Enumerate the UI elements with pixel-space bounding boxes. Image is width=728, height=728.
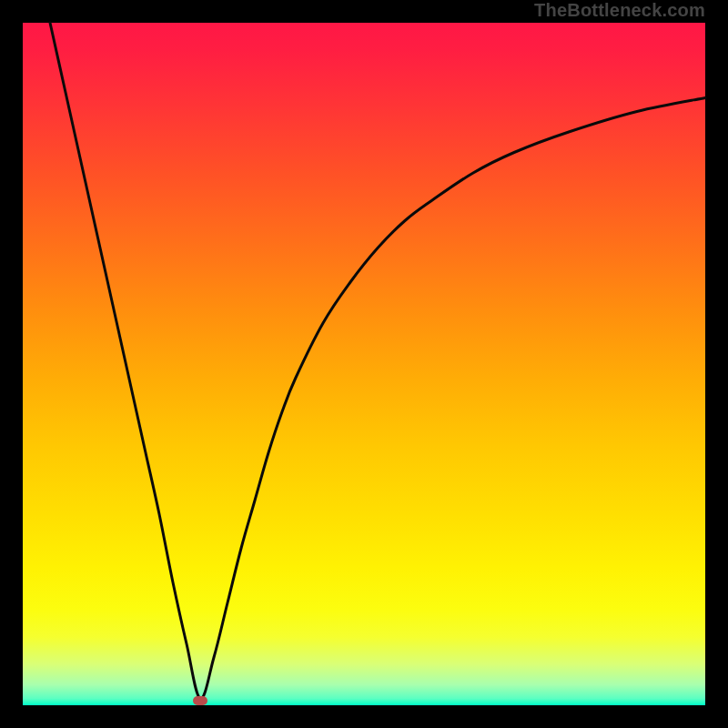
optimum-marker (193, 696, 208, 706)
watermark-text: TheBottleneck.com (534, 0, 705, 21)
plot-area (23, 23, 705, 705)
bottleneck-curve (50, 23, 705, 699)
chart-frame: TheBottleneck.com (0, 0, 728, 728)
curve-layer (23, 23, 705, 705)
